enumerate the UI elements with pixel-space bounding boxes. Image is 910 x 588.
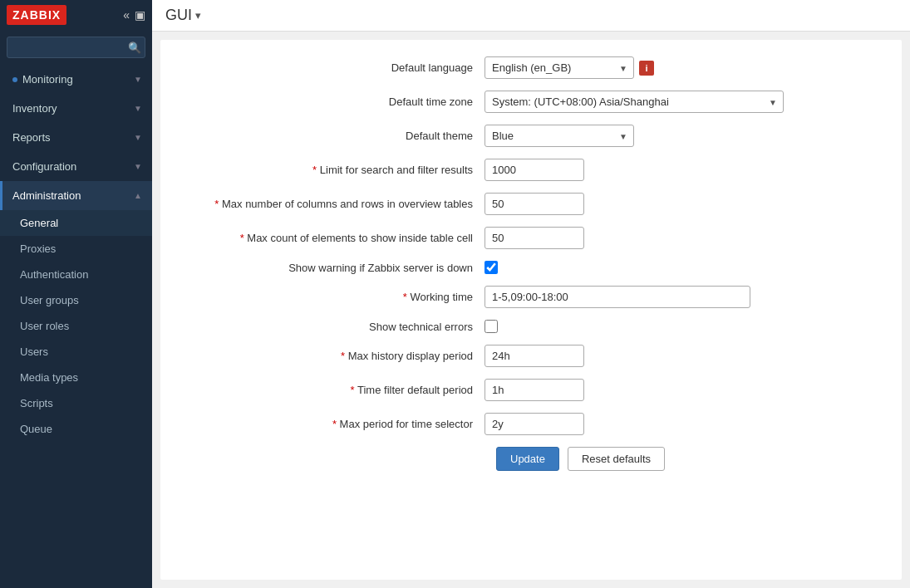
nav-dot-monitoring — [12, 77, 17, 82]
sidebar-subitem-general-label: General — [20, 217, 58, 229]
show-technical-errors-label: Show technical errors — [185, 321, 485, 333]
page-title-dropdown[interactable]: ▾ — [195, 9, 201, 22]
limit-search-label: * Limit for search and filter results — [185, 164, 485, 176]
default-theme-row: Default theme Blue Dark High-contrast li… — [185, 125, 877, 147]
form-actions: Update Reset defaults — [185, 447, 877, 471]
sidebar-item-inventory-label: Inventory — [12, 102, 57, 115]
max-elements-label: * Max count of elements to show inside t… — [185, 232, 485, 244]
sidebar-item-reports-label: Reports — [12, 131, 51, 144]
sidebar-subitem-media-types-label: Media types — [20, 371, 78, 384]
working-time-input[interactable] — [485, 286, 750, 308]
show-warning-label: Show warning if Zabbix server is down — [185, 262, 485, 274]
sidebar-item-monitoring-label: Monitoring — [22, 73, 73, 86]
show-technical-errors-checkbox-wrapper — [485, 320, 498, 333]
max-period-row: * Max period for time selector — [185, 413, 877, 435]
sidebar: ZABBIX « ▣ 🔍 Monitoring ▼ Inventory ▼ Re… — [0, 0, 152, 588]
show-warning-row: Show warning if Zabbix server is down — [185, 261, 877, 274]
sidebar-header: ZABBIX « ▣ — [0, 0, 152, 30]
sidebar-subitem-proxies-label: Proxies — [20, 243, 56, 255]
sidebar-subitem-user-roles-label: User roles — [20, 320, 69, 332]
max-period-input[interactable] — [485, 413, 584, 435]
default-timezone-wrapper: System: (UTC+08:00) Asia/Shanghai — [485, 91, 784, 113]
sidebar-item-administration[interactable]: Administration ▲ — [0, 181, 152, 210]
chevron-up-icon-admin: ▲ — [134, 191, 142, 200]
required-asterisk-5: * — [341, 350, 348, 362]
default-language-row: Default language English (en_GB) Chinese… — [185, 56, 877, 79]
default-theme-wrapper: Blue Dark High-contrast light High-contr… — [485, 125, 634, 147]
max-columns-row: * Max number of columns and rows in over… — [185, 193, 877, 215]
working-time-row: * Working time — [185, 286, 877, 308]
default-theme-select[interactable]: Blue Dark High-contrast light High-contr… — [485, 125, 634, 147]
sidebar-subitem-media-types[interactable]: Media types — [0, 365, 152, 390]
sidebar-subitem-users-label: Users — [20, 345, 48, 358]
chevron-down-icon: ▼ — [134, 75, 142, 84]
sidebar-item-inventory[interactable]: Inventory ▼ — [0, 94, 152, 123]
search-button[interactable]: 🔍 — [128, 42, 141, 54]
max-history-row: * Max history display period — [185, 345, 877, 367]
required-asterisk-7: * — [332, 418, 340, 430]
show-technical-errors-row: Show technical errors — [185, 320, 877, 333]
sidebar-subitem-user-roles[interactable]: User roles — [0, 313, 152, 339]
show-warning-checkbox[interactable] — [485, 261, 498, 274]
chevron-down-icon-inventory: ▼ — [134, 104, 142, 113]
time-filter-input[interactable] — [485, 379, 584, 401]
page-header: GUI ▾ — [152, 0, 910, 32]
time-filter-label: * Time filter default period — [185, 384, 485, 396]
time-filter-row: * Time filter default period — [185, 379, 877, 401]
info-icon[interactable]: i — [639, 61, 654, 76]
max-elements-row: * Max count of elements to show inside t… — [185, 227, 877, 249]
show-warning-checkbox-wrapper — [485, 261, 498, 274]
required-asterisk-2: * — [214, 198, 222, 210]
default-timezone-row: Default time zone System: (UTC+08:00) As… — [185, 91, 877, 113]
sidebar-subitem-scripts-label: Scripts — [20, 397, 53, 409]
limit-search-input[interactable] — [485, 159, 584, 181]
default-language-label: Default language — [185, 61, 485, 74]
main-content: GUI ▾ Default language English (en_GB) C… — [152, 0, 910, 588]
sidebar-subitem-authentication[interactable]: Authentication — [0, 262, 152, 287]
required-asterisk: * — [312, 164, 320, 176]
default-timezone-label: Default time zone — [185, 96, 485, 108]
default-theme-label: Default theme — [185, 130, 485, 142]
reset-defaults-button[interactable]: Reset defaults — [568, 447, 665, 471]
sidebar-subitem-general[interactable]: General — [0, 210, 152, 236]
required-asterisk-3: * — [240, 232, 248, 244]
chevron-down-icon-config: ▼ — [134, 162, 142, 171]
working-time-label: * Working time — [185, 291, 485, 303]
search-bar: 🔍 — [7, 37, 145, 58]
logo: ZABBIX — [7, 5, 66, 25]
limit-search-row: * Limit for search and filter results — [185, 159, 877, 181]
sidebar-icons: « ▣ — [123, 8, 145, 22]
default-timezone-select[interactable]: System: (UTC+08:00) Asia/Shanghai — [485, 91, 784, 113]
default-language-wrapper: English (en_GB) Chinese (zh_CN) French (… — [485, 56, 634, 79]
sidebar-subitem-user-groups[interactable]: User groups — [0, 287, 152, 313]
max-history-label: * Max history display period — [185, 350, 485, 362]
max-columns-input[interactable] — [485, 193, 584, 215]
sidebar-subitem-queue-label: Queue — [20, 423, 52, 435]
required-asterisk-6: * — [351, 384, 357, 396]
search-input[interactable] — [7, 37, 145, 58]
sidebar-subitem-queue[interactable]: Queue — [0, 416, 152, 442]
max-period-label: * Max period for time selector — [185, 418, 485, 430]
expand-icon-button[interactable]: ▣ — [135, 8, 145, 22]
sidebar-item-configuration[interactable]: Configuration ▼ — [0, 152, 152, 181]
page-title: GUI — [165, 7, 192, 24]
sidebar-item-configuration-label: Configuration — [12, 160, 76, 173]
max-columns-label: * Max number of columns and rows in over… — [185, 198, 485, 210]
sidebar-subitem-user-groups-label: User groups — [20, 294, 79, 306]
sidebar-subitem-proxies[interactable]: Proxies — [0, 236, 152, 262]
sidebar-item-reports[interactable]: Reports ▼ — [0, 123, 152, 152]
sidebar-item-administration-label: Administration — [12, 189, 81, 202]
sidebar-item-monitoring[interactable]: Monitoring ▼ — [0, 65, 152, 94]
chevron-down-icon-reports: ▼ — [134, 133, 142, 142]
sidebar-subitem-authentication-label: Authentication — [20, 268, 88, 281]
sidebar-subitem-scripts[interactable]: Scripts — [0, 390, 152, 416]
collapse-sidebar-button[interactable]: « — [123, 8, 130, 22]
default-language-select[interactable]: English (en_GB) Chinese (zh_CN) French (… — [485, 56, 634, 79]
max-history-input[interactable] — [485, 345, 584, 367]
sidebar-subitem-users[interactable]: Users — [0, 339, 152, 365]
update-button[interactable]: Update — [496, 447, 559, 471]
max-elements-input[interactable] — [485, 227, 584, 249]
content-area: Default language English (en_GB) Chinese… — [160, 40, 902, 580]
show-technical-errors-checkbox[interactable] — [485, 320, 498, 333]
